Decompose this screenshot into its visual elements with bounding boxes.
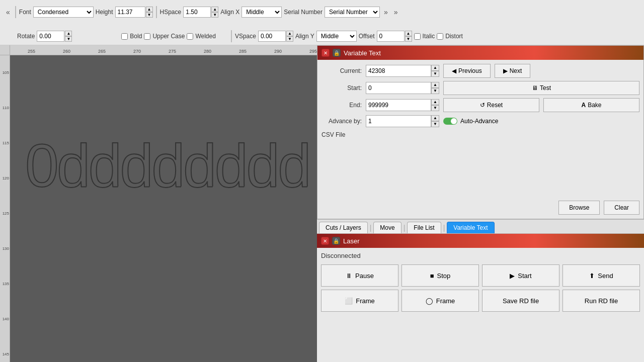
bake-button[interactable]: A Bake — [543, 98, 639, 112]
aligny-select[interactable]: Middle — [316, 31, 357, 42]
tab-separator1: | — [369, 224, 373, 232]
variable-text-panel-header[interactable]: ✕ 🔒 Variable Text — [317, 46, 643, 60]
frame1-button[interactable]: ⬜ Frame — [321, 290, 398, 312]
tab-file-list[interactable]: File List — [407, 222, 441, 233]
bold-checkbox-group: Bold — [121, 33, 142, 40]
ruler-corner — [0, 45, 10, 55]
current-up-btn[interactable]: ▲ — [431, 65, 439, 71]
tab-variable-text[interactable]: Variable Text — [447, 222, 494, 233]
offset-down-btn[interactable]: ▼ — [405, 36, 412, 42]
current-input[interactable] — [366, 65, 431, 77]
advance-by-up-btn[interactable]: ▲ — [431, 115, 439, 121]
vspace-up-btn[interactable]: ▲ — [286, 31, 293, 36]
laser-pin-button[interactable]: 🔒 — [332, 237, 340, 245]
tab-move[interactable]: Move — [373, 222, 401, 233]
end-input[interactable] — [366, 99, 431, 111]
save-rd-button[interactable]: Save RD file — [482, 290, 559, 312]
start-button[interactable]: ▶ Start — [482, 264, 559, 287]
laser-panel-header[interactable]: ✕ 🔒 Laser — [317, 234, 644, 248]
distort-checkbox[interactable] — [437, 33, 443, 40]
send-label: Send — [598, 272, 613, 280]
laser-btn-row1: ⏸ Pause ■ Stop ▶ Start ⬆ Send — [321, 264, 640, 287]
stop-button[interactable]: ■ Stop — [401, 264, 479, 287]
vspace-spinner-btns: ▲ ▼ — [286, 31, 293, 42]
canvas-text: 0dddddddd — [25, 131, 309, 200]
canvas-content[interactable]: 0dddddddd — [10, 55, 317, 362]
end-field-group: ▲ ▼ — [366, 99, 439, 111]
csv-section: CSV File Browse Clear — [321, 131, 639, 215]
auto-advance-toggle[interactable] — [443, 118, 457, 125]
csv-file-label: CSV File — [321, 131, 639, 138]
tab-separator2: | — [403, 224, 407, 232]
clear-button[interactable]: Clear — [604, 201, 639, 215]
end-down-btn[interactable]: ▼ — [431, 105, 439, 111]
current-down-btn[interactable]: ▼ — [431, 71, 439, 77]
end-up-btn[interactable]: ▲ — [431, 99, 439, 105]
advance-by-input[interactable] — [366, 115, 431, 127]
uppercase-checkbox[interactable] — [144, 33, 150, 40]
run-rd-button[interactable]: Run RD file — [562, 290, 640, 312]
alignx-select[interactable]: Middle — [242, 7, 282, 18]
offset-up-btn[interactable]: ▲ — [405, 31, 412, 36]
collapse-right-button1[interactable]: » — [382, 7, 390, 17]
send-button[interactable]: ⬆ Send — [562, 264, 640, 287]
next-label: Next — [510, 67, 522, 74]
rotate-down-btn[interactable]: ▼ — [65, 36, 72, 42]
height-input[interactable] — [115, 7, 145, 18]
italic-label: Italic — [423, 33, 435, 40]
tab-cuts-layers[interactable]: Cuts / Layers — [319, 222, 368, 233]
frame2-button[interactable]: ◯ Frame — [401, 290, 479, 312]
variable-text-panel: ✕ 🔒 Variable Text Current: ▲ ▼ — [317, 45, 644, 219]
reset-button[interactable]: ↺ Reset — [443, 98, 539, 112]
variable-text-body: Current: ▲ ▼ ◀ Previous ▶ Next — [317, 60, 643, 219]
browse-button[interactable]: Browse — [558, 201, 600, 215]
offset-label: Offset — [359, 33, 375, 40]
hspace-down-btn[interactable]: ▼ — [211, 12, 218, 18]
height-down-btn[interactable]: ▼ — [146, 12, 153, 18]
alignx-label: Align X — [220, 9, 239, 16]
start-up-btn[interactable]: ▲ — [431, 82, 439, 88]
advance-by-down-btn[interactable]: ▼ — [431, 121, 439, 127]
current-spinner: ▲ ▼ — [431, 65, 439, 77]
rotate-spinner: ▲ ▼ — [37, 31, 72, 42]
current-field-group: ▲ ▼ — [366, 65, 439, 77]
variable-text-title: Variable Text — [344, 49, 381, 57]
rotate-label: Rotate — [17, 33, 35, 40]
frame1-label: Frame — [356, 297, 375, 305]
pause-button[interactable]: ⏸ Pause — [321, 264, 398, 287]
italic-checkbox[interactable] — [414, 33, 421, 40]
advance-by-field-group: ▲ ▼ — [366, 115, 439, 127]
collapse-left-button[interactable]: « — [4, 7, 12, 17]
bold-label: Bold — [130, 33, 142, 40]
bold-checkbox[interactable] — [121, 33, 128, 40]
start-label: Start — [518, 272, 531, 280]
rotate-up-btn[interactable]: ▲ — [65, 31, 72, 36]
start-down-btn[interactable]: ▼ — [431, 88, 439, 94]
vspace-down-btn[interactable]: ▼ — [286, 36, 293, 42]
hspace-input[interactable] — [183, 7, 211, 18]
variable-text-pin-button[interactable]: 🔒 — [333, 49, 341, 57]
font-select[interactable]: Condensed — [33, 7, 94, 18]
ruler-left: 105110115120125130135140145 — [0, 55, 10, 362]
previous-button[interactable]: ◀ Previous — [443, 64, 491, 78]
test-button[interactable]: 🖥 Test — [443, 81, 639, 95]
frame1-icon: ⬜ — [345, 297, 353, 305]
hspace-up-btn[interactable]: ▲ — [211, 7, 218, 12]
auto-advance-label: Auto-Advance — [460, 118, 498, 125]
welded-checkbox[interactable] — [187, 33, 193, 40]
offset-input[interactable] — [377, 31, 405, 42]
start-spinner: ▲ ▼ — [431, 82, 439, 94]
variable-text-close-button[interactable]: ✕ — [321, 49, 330, 57]
height-up-btn[interactable]: ▲ — [146, 7, 153, 12]
next-button[interactable]: ▶ Next — [495, 64, 531, 78]
rotate-input[interactable] — [37, 31, 64, 42]
laser-close-button[interactable]: ✕ — [321, 237, 329, 245]
bake-icon: A — [581, 102, 586, 109]
tab-separator3: | — [442, 224, 446, 232]
serial-number-select[interactable]: Serial Number — [325, 7, 380, 18]
start-input[interactable] — [366, 82, 431, 94]
height-spinner: ▲ ▼ — [115, 7, 153, 18]
collapse-right-button2[interactable]: » — [392, 7, 400, 17]
vspace-input[interactable] — [258, 31, 286, 42]
laser-title: Laser — [343, 237, 360, 245]
